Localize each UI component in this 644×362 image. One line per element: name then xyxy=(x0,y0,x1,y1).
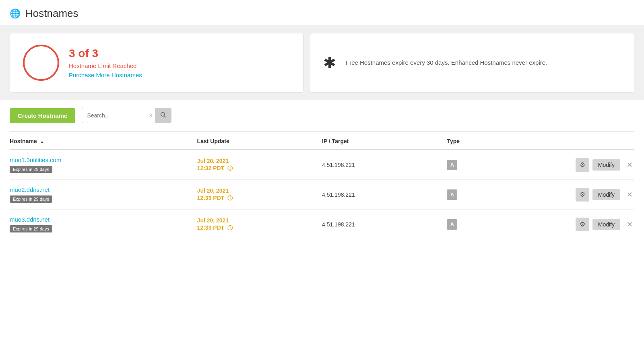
gear-button-2[interactable]: ⚙ xyxy=(576,218,589,231)
table-row: muo2.ddns.net Expires in 29 days Jul 20,… xyxy=(10,180,634,210)
col-last-update: Last Update xyxy=(197,138,322,144)
search-input[interactable] xyxy=(82,109,147,122)
col-type: Type xyxy=(447,138,509,144)
gear-button-1[interactable]: ⚙ xyxy=(576,188,589,202)
hostname-link-0[interactable]: muo1.3utilities.com xyxy=(10,156,197,163)
globe-icon: 🌐 xyxy=(10,8,21,19)
expiry-info-text: Free Hostnames expire every 30 days. Enh… xyxy=(346,58,547,68)
expires-badge-2: Expires in 29 days xyxy=(10,225,52,232)
type-badge-0: A xyxy=(447,160,457,170)
expires-badge-0: Expires in 29 days xyxy=(10,166,52,173)
table-row: muo1.3utilities.com Expires in 29 days J… xyxy=(10,150,634,180)
type-cell-0: A xyxy=(447,160,509,170)
table-header: Hostname ▲ Last Update IP / Target Type xyxy=(10,132,634,150)
svg-point-0 xyxy=(161,113,164,116)
date-line2-1: 12:33 PDT ⓘ xyxy=(197,195,322,202)
search-box: × xyxy=(82,108,171,123)
type-cell-1: A xyxy=(447,189,509,200)
toolbar: Create Hostname × xyxy=(0,100,644,131)
limit-info: 3 of 3 Hostname Limit Reached Purchase M… xyxy=(69,47,142,78)
limit-label: Hostname Limit Reached xyxy=(69,62,142,69)
delete-button-2[interactable]: ✕ xyxy=(625,218,634,230)
col-ip-target: IP / Target xyxy=(322,138,447,144)
asterisk-icon: ✱ xyxy=(323,54,336,72)
page-title: Hostnames xyxy=(25,7,78,20)
usage-circle xyxy=(23,45,59,81)
col-actions xyxy=(510,138,634,144)
date-line1-2: Jul 20, 2021 xyxy=(197,217,322,224)
ip-cell-2: 4.51.198.221 xyxy=(322,221,447,228)
info-icon-2: ⓘ xyxy=(227,225,233,231)
type-badge-1: A xyxy=(447,189,457,200)
sort-arrow-icon: ▲ xyxy=(40,140,44,144)
type-cell-2: A xyxy=(447,219,509,230)
purchase-link[interactable]: Purchase More Hostnames xyxy=(69,72,142,78)
info-icon-1: ⓘ xyxy=(227,195,233,201)
hostnames-table: Hostname ▲ Last Update IP / Target Type … xyxy=(0,132,644,239)
search-submit-button[interactable] xyxy=(155,108,171,123)
info-bar: 3 of 3 Hostname Limit Reached Purchase M… xyxy=(0,26,644,100)
date-line2-0: 12:32 PDT ⓘ xyxy=(197,165,322,172)
create-hostname-button[interactable]: Create Hostname xyxy=(10,108,75,123)
type-badge-2: A xyxy=(447,219,457,230)
date-line2-2: 12:33 PDT ⓘ xyxy=(197,224,322,232)
table-row: muo3.ddns.net Expires in 29 days Jul 20,… xyxy=(10,210,634,239)
hostname-cell-2: muo3.ddns.net Expires in 29 days xyxy=(10,216,197,232)
hostname-cell-1: muo2.ddns.net Expires in 29 days xyxy=(10,186,197,203)
date-cell-1: Jul 20, 2021 12:33 PDT ⓘ xyxy=(197,187,322,202)
date-line1-1: Jul 20, 2021 xyxy=(197,187,322,194)
expires-badge-1: Expires in 29 days xyxy=(10,195,52,203)
hostname-link-2[interactable]: muo3.ddns.net xyxy=(10,216,197,223)
expiry-info-card: ✱ Free Hostnames expire every 30 days. E… xyxy=(310,33,634,93)
actions-cell-0: ⚙ Modify ✕ xyxy=(510,158,634,172)
ip-cell-0: 4.51.198.221 xyxy=(322,162,447,168)
limit-count: 3 of 3 xyxy=(69,47,142,60)
page-header: 🌐 Hostnames xyxy=(0,0,644,26)
modify-button-1[interactable]: Modify xyxy=(592,189,620,200)
search-clear-button[interactable]: × xyxy=(147,109,155,122)
modify-button-2[interactable]: Modify xyxy=(592,219,620,230)
ip-cell-1: 4.51.198.221 xyxy=(322,191,447,198)
delete-button-0[interactable]: ✕ xyxy=(625,159,634,171)
date-line1-0: Jul 20, 2021 xyxy=(197,158,322,164)
date-cell-2: Jul 20, 2021 12:33 PDT ⓘ xyxy=(197,217,322,232)
date-cell-0: Jul 20, 2021 12:32 PDT ⓘ xyxy=(197,158,322,172)
search-icon xyxy=(160,111,166,118)
svg-line-1 xyxy=(164,116,166,117)
actions-cell-2: ⚙ Modify ✕ xyxy=(510,218,634,231)
delete-button-1[interactable]: ✕ xyxy=(625,189,634,201)
limit-card: 3 of 3 Hostname Limit Reached Purchase M… xyxy=(10,33,303,93)
col-hostname[interactable]: Hostname ▲ xyxy=(10,138,197,144)
hostname-link-1[interactable]: muo2.ddns.net xyxy=(10,186,197,193)
hostname-cell-0: muo1.3utilities.com Expires in 29 days xyxy=(10,156,197,173)
modify-button-0[interactable]: Modify xyxy=(592,159,620,171)
actions-cell-1: ⚙ Modify ✕ xyxy=(510,188,634,202)
info-icon-0: ⓘ xyxy=(227,165,233,171)
gear-button-0[interactable]: ⚙ xyxy=(576,158,589,172)
